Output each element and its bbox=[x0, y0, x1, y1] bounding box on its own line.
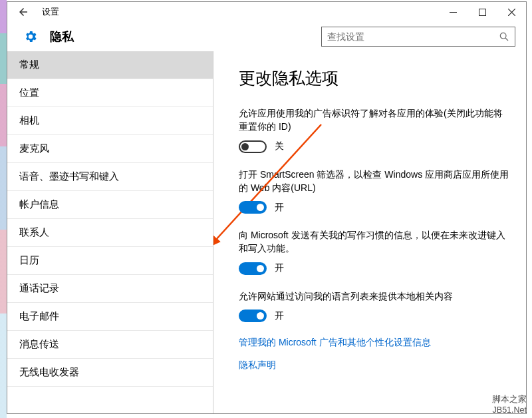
toggle-state-label: 关 bbox=[275, 140, 284, 152]
toggle-row: 开 bbox=[239, 201, 510, 214]
close-button[interactable] bbox=[497, 2, 526, 22]
gear-icon bbox=[23, 29, 38, 44]
privacy-option-2: 向 Microsoft 发送有关我的写作习惯的信息，以便在未来改进键入和写入功能… bbox=[239, 228, 510, 275]
page-title: 隐私 bbox=[50, 29, 74, 45]
arrow-left-icon bbox=[17, 6, 29, 18]
settings-window: 设置 隐私 常规位置相机麦克风语音、墨迹书写和键入帐户信息联系人日历通话记录电子… bbox=[7, 1, 527, 414]
sidebar-item-9[interactable]: 电子邮件 bbox=[7, 303, 213, 331]
privacy-option-0: 允许应用使用我的广告标识符了解对各应用的体验(关闭此功能将重置你的 ID)关 bbox=[239, 106, 510, 153]
maximize-button[interactable] bbox=[467, 2, 497, 22]
back-button[interactable] bbox=[14, 3, 33, 21]
sidebar-item-8[interactable]: 通话记录 bbox=[7, 275, 213, 303]
sidebar-item-11[interactable]: 无线电收发器 bbox=[7, 359, 213, 387]
svg-rect-0 bbox=[450, 12, 457, 13]
body: 常规位置相机麦克风语音、墨迹书写和键入帐户信息联系人日历通话记录电子邮件消息传送… bbox=[7, 51, 526, 413]
sidebar-item-2[interactable]: 相机 bbox=[7, 107, 213, 135]
sidebar-item-label: 联系人 bbox=[19, 226, 49, 239]
content-pane: 更改隐私选项 允许应用使用我的广告标识符了解对各应用的体验(关闭此功能将重置你的… bbox=[213, 51, 526, 413]
close-icon bbox=[508, 9, 515, 16]
sidebar-item-3[interactable]: 麦克风 bbox=[7, 135, 213, 163]
sidebar: 常规位置相机麦克风语音、墨迹书写和键入帐户信息联系人日历通话记录电子邮件消息传送… bbox=[7, 51, 213, 413]
toggle-row: 开 bbox=[239, 310, 510, 322]
toggle-switch[interactable] bbox=[239, 140, 267, 153]
privacy-link-0[interactable]: 管理我的 Microsoft 广告和其他个性化设置信息 bbox=[239, 337, 510, 349]
sidebar-item-label: 帐户信息 bbox=[19, 198, 59, 211]
watermark-line1: 脚本之家 bbox=[492, 394, 527, 405]
option-text: 允许网站通过访问我的语言列表来提供本地相关内容 bbox=[239, 290, 510, 303]
privacy-option-1: 打开 SmartScreen 筛选器，以检查 Windows 应用商店应用所使用… bbox=[239, 168, 510, 214]
toggle-row: 开 bbox=[239, 262, 510, 275]
watermark: 脚本之家 JB51.Net bbox=[492, 394, 527, 416]
sidebar-item-5[interactable]: 帐户信息 bbox=[7, 191, 213, 219]
option-text: 允许应用使用我的广告标识符了解对各应用的体验(关闭此功能将重置你的 ID) bbox=[239, 106, 510, 134]
toggle-state-label: 开 bbox=[275, 310, 284, 322]
sidebar-item-label: 位置 bbox=[19, 87, 39, 99]
privacy-option-3: 允许网站通过访问我的语言列表来提供本地相关内容开 bbox=[239, 290, 510, 322]
toggle-switch[interactable] bbox=[239, 262, 267, 275]
sidebar-item-label: 无线电收发器 bbox=[19, 366, 79, 379]
watermark-line2: JB51.Net bbox=[492, 405, 527, 415]
svg-point-2 bbox=[500, 33, 506, 39]
sidebar-item-label: 语音、墨迹书写和键入 bbox=[19, 170, 119, 183]
window-title: 设置 bbox=[42, 6, 59, 18]
sidebar-item-0[interactable]: 常规 bbox=[7, 51, 213, 79]
sidebar-item-label: 通话记录 bbox=[19, 282, 59, 295]
background-strip bbox=[0, 0, 7, 418]
sidebar-item-6[interactable]: 联系人 bbox=[7, 219, 213, 247]
sidebar-item-7[interactable]: 日历 bbox=[7, 247, 213, 275]
maximize-icon bbox=[479, 9, 486, 16]
sidebar-item-label: 常规 bbox=[19, 59, 39, 71]
sidebar-item-label: 消息传送 bbox=[19, 338, 59, 351]
content-heading: 更改隐私选项 bbox=[239, 67, 510, 89]
sidebar-item-1[interactable]: 位置 bbox=[7, 79, 213, 107]
toggle-row: 关 bbox=[239, 140, 510, 153]
titlebar: 设置 bbox=[7, 2, 526, 22]
option-text: 向 Microsoft 发送有关我的写作习惯的信息，以便在未来改进键入和写入功能… bbox=[239, 228, 510, 256]
minimize-button[interactable] bbox=[438, 2, 467, 22]
toggle-state-label: 开 bbox=[275, 202, 284, 214]
search-icon bbox=[499, 31, 509, 42]
sidebar-item-label: 日历 bbox=[19, 254, 39, 267]
toggle-state-label: 开 bbox=[275, 262, 284, 274]
toggle-switch[interactable] bbox=[239, 310, 267, 322]
sidebar-item-10[interactable]: 消息传送 bbox=[7, 331, 213, 359]
svg-line-3 bbox=[505, 38, 508, 41]
search-box[interactable] bbox=[321, 27, 515, 47]
sidebar-item-label: 电子邮件 bbox=[19, 310, 59, 323]
option-text: 打开 SmartScreen 筛选器，以检查 Windows 应用商店应用所使用… bbox=[239, 168, 510, 195]
header-row: 隐私 bbox=[7, 22, 526, 51]
privacy-link-1[interactable]: 隐私声明 bbox=[239, 359, 510, 371]
svg-rect-1 bbox=[479, 9, 485, 15]
sidebar-item-label: 麦克风 bbox=[19, 142, 49, 155]
sidebar-item-4[interactable]: 语音、墨迹书写和键入 bbox=[7, 163, 213, 191]
sidebar-item-label: 相机 bbox=[19, 114, 39, 127]
toggle-switch[interactable] bbox=[239, 201, 267, 214]
window-controls bbox=[438, 2, 526, 22]
minimize-icon bbox=[450, 9, 457, 16]
search-input[interactable] bbox=[327, 31, 495, 42]
